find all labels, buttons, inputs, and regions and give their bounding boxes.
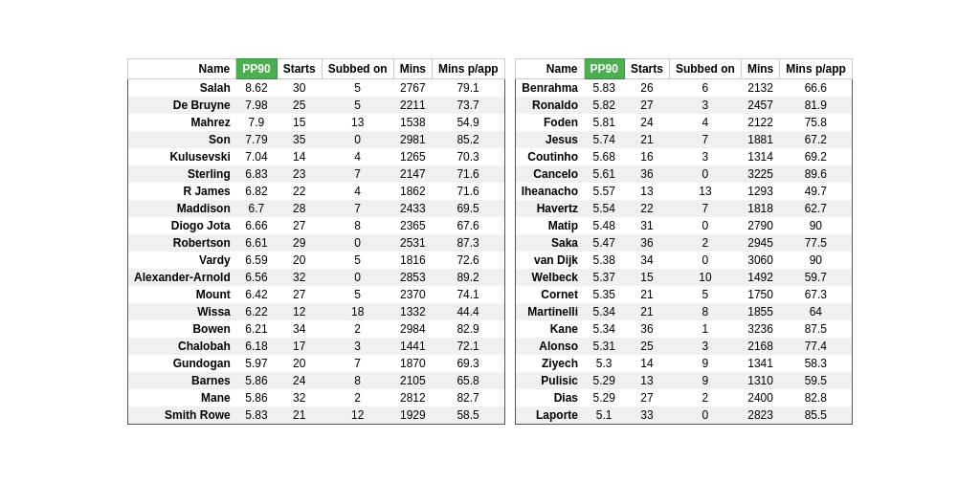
stat-cell: 5 [669,286,741,303]
stat-cell: 2457 [741,97,779,114]
stat-cell: 54.9 [432,114,504,131]
table-row: Cancelo5.61360322589.6 [515,165,852,183]
player-name: Saka [515,234,584,252]
stat-cell: 0 [669,252,741,269]
pp90-value: 5.83 [236,406,277,425]
stat-cell: 27 [277,286,322,303]
stat-cell: 5 [322,286,393,303]
stat-cell: 1870 [393,355,432,372]
stat-cell: 2370 [393,286,432,303]
stat-cell: 1332 [393,303,432,320]
stat-cell: 15 [624,269,669,286]
player-name: Smith Rowe [128,406,236,425]
stat-cell: 4 [322,148,393,165]
stat-cell: 69.2 [780,148,853,165]
table-row: Foden5.81244212275.8 [515,114,852,131]
col-header-pp90-1: PP90 [236,59,277,79]
stat-cell: 1310 [741,372,779,389]
stat-cell: 34 [277,320,322,338]
stat-cell: 74.1 [432,286,504,303]
stat-cell: 1341 [741,355,779,372]
stat-cell: 81.9 [780,97,853,114]
table-row: Robertson6.61290253187.3 [128,234,505,252]
player-name: De Bruyne [128,97,236,114]
stat-cell: 33 [624,406,669,425]
col-header-minsapp-1: Mins p/app [432,59,504,79]
table-row: Barnes5.86248210565.8 [128,372,505,389]
pp90-value: 6.18 [236,338,277,355]
stat-cell: 12 [322,406,393,425]
player-name: Alexander-Arnold [128,269,236,286]
stat-cell: 2823 [741,406,779,425]
pp90-value: 5.57 [584,183,624,200]
player-name: Mane [128,389,236,406]
table-row: Pulisic5.29139131059.5 [515,372,852,389]
stat-cell: 24 [277,372,322,389]
pp90-value: 6.21 [236,320,277,338]
stat-cell: 2132 [741,79,779,98]
table-row: Sterling6.83237214771.6 [128,165,505,183]
player-name: Mount [128,286,236,303]
stat-cell: 1855 [741,303,779,320]
pp90-value: 5.1 [584,406,624,425]
stat-cell: 27 [277,217,322,234]
stat-cell: 21 [277,406,322,425]
stat-cell: 28 [277,200,322,217]
table-row: Laporte5.1330282385.5 [515,406,852,425]
pp90-value: 5.34 [584,303,624,320]
stat-cell: 21 [624,303,669,320]
stat-cell: 7 [322,165,393,183]
stat-cell: 82.9 [432,320,504,338]
stat-cell: 4 [322,183,393,200]
table-row: Jesus5.74217188167.2 [515,131,852,148]
stat-cell: 25 [277,97,322,114]
table-row: Ronaldo5.82273245781.9 [515,97,852,114]
pp90-value: 6.82 [236,183,277,200]
stat-cell: 31 [624,217,669,234]
stat-cell: 7 [322,355,393,372]
stat-cell: 73.7 [432,97,504,114]
player-name: Kulusevski [128,148,236,165]
table-row: Ziyech5.3149134158.3 [515,355,852,372]
stat-cell: 2945 [741,234,779,252]
stat-cell: 32 [277,269,322,286]
stat-cell: 2853 [393,269,432,286]
stat-cell: 3225 [741,165,779,183]
table-row: Maddison6.7287243369.5 [128,200,505,217]
pp90-value: 5.97 [236,355,277,372]
table-row: Cornet5.35215175067.3 [515,286,852,303]
table-row: Saka5.47362294577.5 [515,234,852,252]
stat-cell: 27 [624,389,669,406]
stat-cell: 9 [669,355,741,372]
stat-cell: 8 [322,372,393,389]
stat-cell: 2 [322,320,393,338]
stat-cell: 1818 [741,200,779,217]
stat-cell: 21 [624,286,669,303]
stat-cell: 3060 [741,252,779,269]
stat-cell: 36 [624,234,669,252]
player-name: Benrahma [515,79,584,98]
pp90-value: 5.29 [584,372,624,389]
stat-cell: 0 [322,269,393,286]
pp90-value: 5.35 [584,286,624,303]
stat-cell: 14 [624,355,669,372]
pp90-value: 5.83 [584,79,624,98]
stat-cell: 71.6 [432,183,504,200]
stat-cell: 16 [624,148,669,165]
player-name: Havertz [515,200,584,217]
stat-cell: 27 [624,97,669,114]
stat-cell: 2122 [741,114,779,131]
table-row: Alexander-Arnold6.56320285389.2 [128,269,505,286]
stat-cell: 89.2 [432,269,504,286]
pp90-value: 5.68 [584,148,624,165]
stat-cell: 13 [624,183,669,200]
stat-cell: 77.5 [780,234,853,252]
stat-cell: 13 [322,114,393,131]
player-name: Maddison [128,200,236,217]
stat-cell: 71.6 [432,165,504,183]
stat-cell: 58.5 [432,406,504,425]
stat-cell: 1862 [393,183,432,200]
stat-cell: 1265 [393,148,432,165]
pp90-value: 7.98 [236,97,277,114]
stat-cell: 6 [669,79,741,98]
